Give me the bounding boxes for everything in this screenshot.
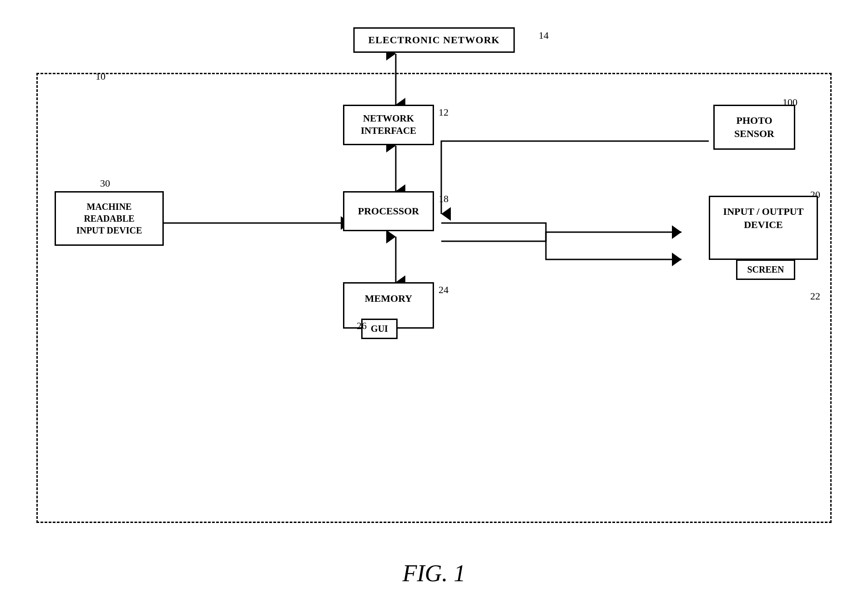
label-14: 14	[539, 30, 549, 41]
label-30: 30	[100, 178, 110, 189]
screen-label: SCREEN	[747, 264, 784, 274]
label-10: 10	[96, 71, 106, 82]
label-24: 24	[439, 284, 449, 296]
machine-readable-box: MACHINE READABLEINPUT DEVICE	[55, 191, 164, 246]
network-interface-box: NETWORKINTERFACE	[343, 105, 434, 145]
main-container	[36, 73, 832, 523]
gui-label: GUI	[371, 324, 388, 334]
screen-box: SCREEN	[736, 259, 795, 280]
processor-box: PROCESSOR	[343, 191, 434, 231]
label-22: 22	[810, 290, 820, 302]
memory-label: MEMORY	[365, 293, 412, 304]
label-18: 18	[439, 193, 449, 205]
photo-sensor-box: PHOTOSENSOR	[713, 105, 795, 150]
processor-label: PROCESSOR	[358, 205, 419, 217]
label-26: 26	[357, 320, 367, 332]
diagram-page: ELECTRONIC NETWORK 14 10 NETWORKINTERFAC…	[0, 0, 868, 614]
electronic-network-box: ELECTRONIC NETWORK	[353, 27, 515, 53]
io-device-box: INPUT / OUTPUTDEVICE	[709, 196, 818, 260]
figure-caption: FIG. 1	[403, 560, 466, 587]
gui-box: GUI	[361, 319, 398, 339]
label-12: 12	[439, 107, 449, 118]
electronic-network-label: ELECTRONIC NETWORK	[368, 34, 500, 46]
